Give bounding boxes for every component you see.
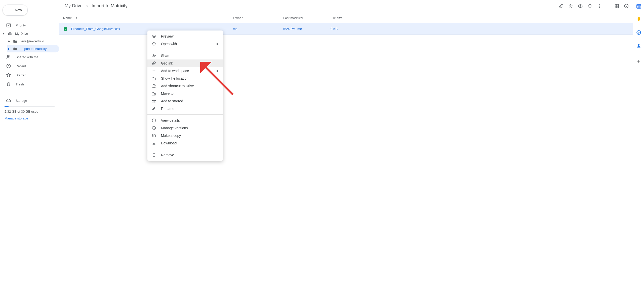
chevron-right-icon: ▶ xyxy=(217,42,219,46)
file-modified-time: 6:24 PM xyxy=(283,27,295,31)
file-size: 9 KB xyxy=(331,27,629,31)
ctx-manage-versions[interactable]: Manage versions xyxy=(147,124,223,132)
svg-point-9 xyxy=(580,5,581,7)
column-name[interactable]: Name xyxy=(63,16,233,20)
breadcrumb-current[interactable]: Import to Matrixify xyxy=(90,2,133,10)
file-row[interactable]: X Products_From_GoogleDrive.xlsx me 6:24… xyxy=(59,23,633,35)
clock-icon xyxy=(6,64,11,69)
breadcrumb-root[interactable]: My Drive xyxy=(63,2,84,10)
open-with-icon xyxy=(151,41,156,46)
info-icon[interactable] xyxy=(624,4,629,9)
file-modified-by: me xyxy=(297,27,302,31)
sidebar-item-label: Starred xyxy=(16,73,26,77)
main-content: My Drive Import to Matrixify xyxy=(59,0,633,284)
separator xyxy=(0,93,59,93)
ctx-label: Add shortcut to Drive xyxy=(161,84,194,88)
tasks-icon[interactable] xyxy=(636,30,641,35)
sidebar-item-trash[interactable]: Trash xyxy=(0,80,59,89)
more-icon[interactable] xyxy=(597,4,602,9)
ctx-remove[interactable]: Remove xyxy=(147,151,223,159)
svg-text:X: X xyxy=(65,27,66,30)
sidebar-item-priority[interactable]: Priority xyxy=(0,21,59,30)
storage-bar xyxy=(5,106,55,107)
ctx-label: Make a copy xyxy=(161,134,181,138)
file-name: Products_From_GoogleDrive.xlsx xyxy=(71,27,120,31)
trash-icon[interactable] xyxy=(587,4,592,9)
copy-icon xyxy=(151,133,156,138)
contacts-icon[interactable] xyxy=(636,43,641,48)
plus-icon xyxy=(151,68,156,73)
ctx-add-shortcut[interactable]: Add shortcut to Drive xyxy=(147,82,223,90)
ctx-label: Preview xyxy=(161,34,174,38)
move-icon xyxy=(151,91,156,96)
sidebar-item-label: Trash xyxy=(16,82,24,86)
svg-point-12 xyxy=(599,7,600,8)
eye-icon xyxy=(151,34,156,39)
column-name-label: Name xyxy=(63,16,72,20)
sidebar-item-storage[interactable]: Storage xyxy=(0,96,59,105)
ctx-download[interactable]: Download xyxy=(147,139,223,147)
breadcrumb-current-label: Import to Matrixify xyxy=(92,3,128,9)
drive-shortcut-icon xyxy=(151,83,156,88)
calendar-icon[interactable]: 31 xyxy=(636,4,641,9)
ctx-add-workspace[interactable]: Add to workspace ▶ xyxy=(147,67,223,75)
svg-rect-4 xyxy=(7,23,11,27)
ctx-rename[interactable]: Rename xyxy=(147,105,223,112)
eye-icon[interactable] xyxy=(578,4,583,9)
chevron-right-icon[interactable]: ▶ xyxy=(8,47,12,50)
table-header: Name Owner Last modified File size xyxy=(59,12,633,23)
caret-down-icon xyxy=(129,5,132,7)
sidebar-folder-import-matrixify[interactable]: ▶ Import to Matrixify xyxy=(7,45,59,52)
breadcrumbs: My Drive Import to Matrixify xyxy=(63,2,133,10)
arrow-up-icon xyxy=(75,17,78,20)
link-icon[interactable] xyxy=(559,4,564,9)
sidebar-item-shared[interactable]: Shared with me xyxy=(0,52,59,61)
excel-icon: X xyxy=(63,27,68,31)
sidebar-item-starred[interactable]: Starred xyxy=(0,71,59,80)
sidebar-item-my-drive[interactable]: ▼ My Drive xyxy=(2,30,59,37)
ctx-label: Get link xyxy=(161,61,173,65)
column-modified[interactable]: Last modified xyxy=(283,16,331,20)
ctx-make-copy[interactable]: Make a copy xyxy=(147,132,223,139)
ctx-add-starred[interactable]: Add to starred xyxy=(147,97,223,105)
history-icon xyxy=(151,125,156,131)
ctx-move-to[interactable]: Move to xyxy=(147,90,223,97)
file-owner: me xyxy=(233,27,283,31)
grid-view-icon[interactable] xyxy=(614,4,619,9)
separator xyxy=(147,114,223,115)
chevron-right-icon[interactable]: ▶ xyxy=(8,40,12,43)
svg-point-24 xyxy=(638,44,639,46)
chevron-down-icon[interactable]: ▼ xyxy=(3,32,6,35)
column-size[interactable]: File size xyxy=(331,16,629,20)
ctx-open-with[interactable]: Open with ▶ xyxy=(147,40,223,48)
ctx-show-location[interactable]: Show file location xyxy=(147,75,223,82)
add-person-icon xyxy=(151,53,156,58)
keep-icon[interactable] xyxy=(636,17,641,22)
people-icon xyxy=(6,54,11,59)
plus-icon xyxy=(6,7,12,13)
sidebar-folder-email[interactable]: ▶ ieva@excelify.io xyxy=(7,37,59,45)
trash-icon xyxy=(6,82,11,87)
sidebar-item-label: Shared with me xyxy=(16,55,38,59)
cloud-icon xyxy=(6,98,11,103)
ctx-label: Download xyxy=(161,141,177,145)
topbar: My Drive Import to Matrixify xyxy=(59,0,633,12)
ctx-share[interactable]: Share xyxy=(147,52,223,59)
sidebar-item-recent[interactable]: Recent xyxy=(0,61,59,71)
chevron-right-icon xyxy=(86,5,89,8)
add-addon-icon[interactable] xyxy=(636,58,641,64)
ctx-label: Remove xyxy=(161,153,174,157)
add-person-icon[interactable] xyxy=(568,4,573,9)
svg-rect-3 xyxy=(9,10,11,10)
column-owner[interactable]: Owner xyxy=(233,16,283,20)
new-button[interactable]: New xyxy=(3,5,28,16)
svg-rect-14 xyxy=(617,4,619,6)
manage-storage-link[interactable]: Manage storage xyxy=(0,113,59,123)
svg-point-11 xyxy=(599,6,600,6)
sidebar-item-label: Import to Matrixify xyxy=(21,47,47,51)
ctx-view-details[interactable]: View details xyxy=(147,117,223,124)
ctx-preview[interactable]: Preview xyxy=(147,33,223,40)
info-icon xyxy=(151,118,156,123)
ctx-get-link[interactable]: Get link xyxy=(147,59,223,67)
svg-rect-16 xyxy=(617,6,619,8)
